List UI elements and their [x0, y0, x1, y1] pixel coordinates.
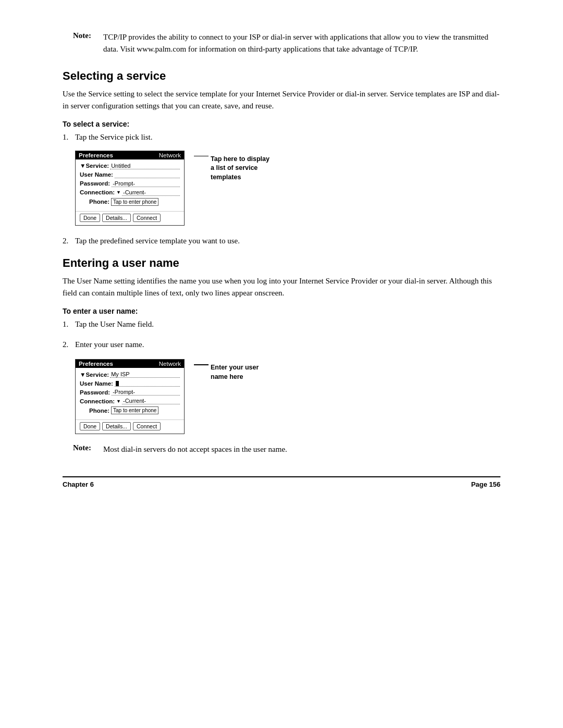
callout-arrow-1: [194, 156, 209, 157]
pref-phone-row-2: Phone: Tap to enter phone: [89, 406, 180, 414]
pref-wrapper-1: Preferences Network ▼ Service: Untitled …: [75, 151, 500, 226]
section1-step-heading: To select a service:: [63, 120, 500, 128]
callout-1: Tap here to display a list of service te…: [194, 151, 270, 182]
callout-line-2: Enter your user name here: [194, 363, 259, 381]
pref-username-row-1: User Name:: [80, 171, 180, 178]
service-label-1: Service:: [85, 163, 109, 169]
note-text-1: TCP/IP provides the ability to connect t…: [103, 31, 500, 55]
password-label-1: Password:: [80, 180, 110, 187]
section1-heading: Selecting a service: [63, 69, 500, 83]
step-1-1: 1. Tap the Service pick list.: [63, 131, 500, 143]
footer-chapter: Chapter 6: [63, 480, 94, 488]
pref-connection-row-2: Connection: ▼ -Current-: [80, 398, 180, 404]
pref-service-row-1: ▼ Service: Untitled: [80, 163, 180, 169]
phone-value-1: Tap to enter phone: [111, 198, 158, 206]
password-value-1: -Prompt-: [112, 180, 180, 187]
pref-buttons-1: Done Details... Connect: [76, 211, 184, 225]
connection-value-2: -Current-: [122, 398, 180, 404]
pref-titlebar-1: Preferences Network: [76, 151, 184, 159]
phone-label-1: Phone:: [89, 199, 109, 205]
phone-label-2: Phone:: [89, 408, 109, 414]
section2-step-heading: To enter a user name:: [63, 307, 500, 315]
connection-value-1: -Current-: [122, 189, 180, 196]
pref-screen-1: Preferences Network ▼ Service: Untitled …: [75, 151, 185, 226]
service-dropdown-arrow-1: ▼: [80, 163, 85, 169]
section-entering-username: Entering a user name The User Name setti…: [63, 256, 500, 434]
section-selecting-service: Selecting a service Use the Service sett…: [63, 69, 500, 247]
step-2-1: 1. Tap the User Name field.: [63, 318, 500, 330]
password-value-2: -Prompt-: [112, 389, 180, 396]
pref-body-1: ▼ Service: Untitled User Name: Password:…: [76, 159, 184, 211]
pref-title-left-1: Preferences: [79, 152, 113, 158]
phone-value-2: Tap to enter phone: [111, 406, 158, 414]
service-value-2: My ISP: [110, 371, 180, 378]
note-block-1: Note: TCP/IP provides the ability to con…: [73, 31, 500, 55]
pref-password-row-2: Password: -Prompt-: [80, 389, 180, 396]
pref-body-2: ▼ Service: My ISP User Name: Password: -…: [76, 368, 184, 419]
callout-2: Enter your user name here: [194, 359, 259, 381]
section2-heading: Entering a user name: [63, 256, 500, 270]
username-label-1: User Name:: [80, 171, 113, 178]
pref-buttons-2: Done Details... Connect: [76, 419, 184, 434]
username-label-2: User Name:: [80, 380, 113, 387]
pref-title-left-2: Preferences: [79, 361, 113, 367]
pref-screen-2: Preferences Network ▼ Service: My ISP Us…: [75, 359, 185, 434]
details-button-2[interactable]: Details...: [102, 422, 131, 430]
service-dropdown-arrow-2: ▼: [80, 372, 85, 378]
pref-service-row-2: ▼ Service: My ISP: [80, 371, 180, 378]
note-block-2: Note: Most dial-in servers do not accept…: [73, 443, 500, 455]
pref-title-right-2: Network: [159, 361, 181, 367]
note-text-2: Most dial-in servers do not accept space…: [103, 443, 287, 455]
section2-steps: 1. Tap the User Name field.: [63, 318, 500, 330]
pref-password-row-1: Password: -Prompt-: [80, 180, 180, 187]
section2-step2-label: 2. Enter your user name.: [63, 339, 500, 351]
section2-intro: The User Name setting identifies the nam…: [63, 275, 500, 300]
section1-intro: Use the Service setting to select the se…: [63, 88, 500, 113]
username-value-2: [115, 380, 180, 387]
done-button-1[interactable]: Done: [80, 214, 100, 222]
service-value-1: Untitled: [110, 163, 180, 169]
connection-label-2: Connection:: [80, 398, 115, 404]
pref-connection-row-1: Connection: ▼ -Current-: [80, 189, 180, 196]
pref-title-right-1: Network: [159, 152, 181, 158]
note-label-2: Note:: [73, 443, 98, 455]
note-label-1: Note:: [73, 31, 98, 55]
footer-page: Page 156: [471, 480, 500, 488]
connect-button-1[interactable]: Connect: [133, 214, 161, 222]
service-label-2: Service:: [85, 372, 109, 378]
connection-dropdown-arrow-1: ▼: [116, 190, 121, 195]
username-value-1: [115, 171, 180, 178]
section1-step2: 2. Tap the predefined service template y…: [63, 235, 500, 247]
connection-label-1: Connection:: [80, 189, 115, 195]
pref-username-row-2: User Name:: [80, 380, 180, 387]
details-button-1[interactable]: Details...: [102, 214, 131, 222]
pref-phone-row-1: Phone: Tap to enter phone: [89, 198, 180, 206]
page-footer: Chapter 6 Page 156: [63, 476, 500, 488]
password-label-2: Password:: [80, 389, 110, 396]
connect-button-2[interactable]: Connect: [133, 422, 161, 430]
pref-wrapper-2: Preferences Network ▼ Service: My ISP Us…: [75, 359, 500, 434]
callout-text-2: Enter your user name here: [211, 363, 259, 381]
pref-titlebar-2: Preferences Network: [76, 360, 184, 368]
callout-text-1: Tap here to display a list of service te…: [211, 155, 270, 182]
callout-arrow-2: [194, 364, 209, 365]
callout-line-1: Tap here to display a list of service te…: [194, 155, 270, 182]
done-button-2[interactable]: Done: [80, 422, 100, 430]
connection-dropdown-arrow-2: ▼: [116, 399, 121, 404]
section1-steps: 1. Tap the Service pick list.: [63, 131, 500, 143]
